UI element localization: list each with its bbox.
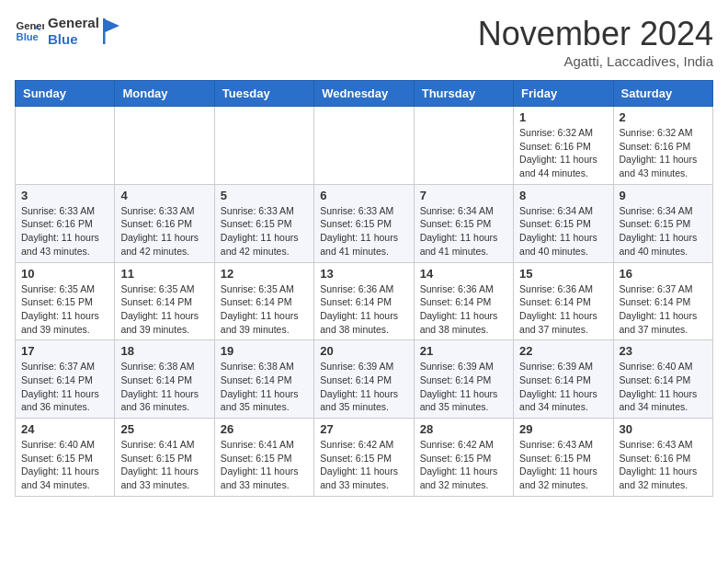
calendar-cell: 27Sunrise: 6:42 AM Sunset: 6:15 PM Dayli… (314, 419, 414, 497)
calendar-cell: 25Sunrise: 6:41 AM Sunset: 6:15 PM Dayli… (115, 419, 214, 497)
weekday-header: Monday (115, 81, 214, 107)
day-number: 10 (21, 267, 108, 281)
weekday-header: Friday (514, 81, 613, 107)
logo: General Blue General Blue (15, 15, 121, 48)
day-number: 28 (420, 422, 507, 436)
calendar-cell: 12Sunrise: 6:35 AM Sunset: 6:14 PM Dayli… (214, 262, 313, 340)
calendar-cell: 19Sunrise: 6:38 AM Sunset: 6:14 PM Dayli… (214, 340, 313, 419)
calendar-cell: 14Sunrise: 6:36 AM Sunset: 6:14 PM Dayli… (414, 262, 513, 340)
calendar-week-row: 10Sunrise: 6:35 AM Sunset: 6:15 PM Dayli… (16, 262, 713, 340)
day-info: Sunrise: 6:34 AM Sunset: 6:15 PM Dayligh… (420, 204, 507, 259)
svg-text:Blue: Blue (17, 31, 39, 42)
calendar-cell: 6Sunrise: 6:33 AM Sunset: 6:15 PM Daylig… (314, 184, 414, 262)
day-info: Sunrise: 6:34 AM Sunset: 6:15 PM Dayligh… (620, 204, 707, 259)
day-info: Sunrise: 6:37 AM Sunset: 6:14 PM Dayligh… (21, 360, 108, 414)
logo-flag-icon (103, 18, 121, 44)
day-info: Sunrise: 6:42 AM Sunset: 6:15 PM Dayligh… (320, 438, 407, 492)
calendar-cell: 16Sunrise: 6:37 AM Sunset: 6:14 PM Dayli… (613, 262, 712, 340)
calendar-week-row: 1Sunrise: 6:32 AM Sunset: 6:16 PM Daylig… (16, 107, 713, 185)
calendar-cell: 11Sunrise: 6:35 AM Sunset: 6:14 PM Dayli… (115, 262, 214, 340)
calendar-cell: 13Sunrise: 6:36 AM Sunset: 6:14 PM Dayli… (314, 262, 414, 340)
day-info: Sunrise: 6:35 AM Sunset: 6:15 PM Dayligh… (21, 282, 108, 337)
day-info: Sunrise: 6:36 AM Sunset: 6:14 PM Dayligh… (320, 282, 407, 337)
day-number: 16 (620, 267, 707, 281)
logo-general: General (48, 15, 99, 31)
day-number: 18 (120, 344, 208, 358)
calendar-week-row: 3Sunrise: 6:33 AM Sunset: 6:16 PM Daylig… (16, 184, 713, 262)
calendar-cell: 1Sunrise: 6:32 AM Sunset: 6:16 PM Daylig… (514, 107, 613, 185)
day-info: Sunrise: 6:32 AM Sunset: 6:16 PM Dayligh… (620, 126, 707, 180)
calendar-cell: 4Sunrise: 6:33 AM Sunset: 6:16 PM Daylig… (115, 184, 214, 262)
calendar-cell: 29Sunrise: 6:43 AM Sunset: 6:15 PM Dayli… (514, 419, 613, 497)
day-info: Sunrise: 6:37 AM Sunset: 6:14 PM Dayligh… (620, 282, 707, 337)
svg-marker-3 (103, 18, 119, 33)
day-info: Sunrise: 6:39 AM Sunset: 6:14 PM Dayligh… (420, 360, 507, 414)
calendar-cell: 22Sunrise: 6:39 AM Sunset: 6:14 PM Dayli… (514, 340, 613, 419)
day-number: 12 (221, 267, 308, 281)
day-number: 29 (519, 422, 607, 436)
day-number: 26 (221, 422, 308, 436)
day-number: 15 (519, 267, 607, 281)
calendar-cell: 20Sunrise: 6:39 AM Sunset: 6:14 PM Dayli… (314, 340, 414, 419)
day-number: 11 (120, 267, 208, 281)
calendar-cell: 8Sunrise: 6:34 AM Sunset: 6:15 PM Daylig… (514, 184, 613, 262)
logo-blue: Blue (48, 31, 99, 48)
weekday-header: Saturday (613, 81, 712, 107)
calendar-cell: 15Sunrise: 6:36 AM Sunset: 6:14 PM Dayli… (514, 262, 613, 340)
day-number: 19 (221, 344, 308, 358)
calendar-cell (115, 107, 214, 185)
calendar-table: SundayMondayTuesdayWednesdayThursdayFrid… (15, 80, 713, 497)
day-number: 24 (21, 422, 108, 436)
day-info: Sunrise: 6:33 AM Sunset: 6:15 PM Dayligh… (221, 204, 308, 259)
day-number: 8 (519, 189, 607, 202)
calendar-week-row: 24Sunrise: 6:40 AM Sunset: 6:15 PM Dayli… (16, 419, 713, 497)
calendar-cell: 5Sunrise: 6:33 AM Sunset: 6:15 PM Daylig… (214, 184, 313, 262)
calendar-cell: 26Sunrise: 6:41 AM Sunset: 6:15 PM Dayli… (214, 419, 313, 497)
calendar-cell: 17Sunrise: 6:37 AM Sunset: 6:14 PM Dayli… (16, 340, 115, 419)
day-info: Sunrise: 6:40 AM Sunset: 6:14 PM Dayligh… (620, 360, 707, 414)
calendar-cell (16, 107, 115, 185)
day-info: Sunrise: 6:38 AM Sunset: 6:14 PM Dayligh… (120, 360, 208, 414)
day-number: 20 (320, 344, 407, 358)
calendar-cell: 7Sunrise: 6:34 AM Sunset: 6:15 PM Daylig… (414, 184, 513, 262)
day-number: 1 (519, 110, 607, 124)
day-info: Sunrise: 6:36 AM Sunset: 6:14 PM Dayligh… (519, 282, 607, 337)
location: Agatti, Laccadives, India (478, 53, 713, 69)
day-number: 13 (320, 267, 407, 281)
svg-text:General: General (17, 20, 44, 31)
day-info: Sunrise: 6:35 AM Sunset: 6:14 PM Dayligh… (221, 282, 308, 337)
day-number: 25 (120, 422, 208, 436)
day-number: 2 (620, 110, 707, 124)
day-number: 4 (120, 189, 208, 202)
calendar-cell: 9Sunrise: 6:34 AM Sunset: 6:15 PM Daylig… (613, 184, 712, 262)
calendar-cell: 3Sunrise: 6:33 AM Sunset: 6:16 PM Daylig… (16, 184, 115, 262)
day-info: Sunrise: 6:36 AM Sunset: 6:14 PM Dayligh… (420, 282, 507, 337)
day-info: Sunrise: 6:43 AM Sunset: 6:15 PM Dayligh… (519, 438, 607, 492)
day-number: 5 (221, 189, 308, 202)
page-header: General Blue General Blue November 2024 … (15, 15, 713, 69)
weekday-header: Thursday (414, 81, 513, 107)
day-number: 6 (320, 189, 407, 202)
day-info: Sunrise: 6:32 AM Sunset: 6:16 PM Dayligh… (519, 126, 607, 180)
day-info: Sunrise: 6:43 AM Sunset: 6:16 PM Dayligh… (620, 438, 707, 492)
day-info: Sunrise: 6:41 AM Sunset: 6:15 PM Dayligh… (221, 438, 308, 492)
day-number: 17 (21, 344, 108, 358)
day-number: 7 (420, 189, 507, 202)
calendar-cell: 23Sunrise: 6:40 AM Sunset: 6:14 PM Dayli… (613, 340, 712, 419)
calendar-cell: 18Sunrise: 6:38 AM Sunset: 6:14 PM Dayli… (115, 340, 214, 419)
day-number: 3 (21, 189, 108, 202)
calendar-cell (314, 107, 414, 185)
weekday-header: Wednesday (314, 81, 414, 107)
calendar-cell: 28Sunrise: 6:42 AM Sunset: 6:15 PM Dayli… (414, 419, 513, 497)
month-title: November 2024 (478, 15, 713, 53)
calendar-week-row: 17Sunrise: 6:37 AM Sunset: 6:14 PM Dayli… (16, 340, 713, 419)
day-number: 30 (620, 422, 707, 436)
weekday-header: Sunday (16, 81, 115, 107)
day-info: Sunrise: 6:40 AM Sunset: 6:15 PM Dayligh… (21, 438, 108, 492)
day-info: Sunrise: 6:33 AM Sunset: 6:15 PM Dayligh… (320, 204, 407, 259)
day-info: Sunrise: 6:42 AM Sunset: 6:15 PM Dayligh… (420, 438, 507, 492)
day-info: Sunrise: 6:35 AM Sunset: 6:14 PM Dayligh… (120, 282, 208, 337)
calendar-header-row: SundayMondayTuesdayWednesdayThursdayFrid… (16, 81, 713, 107)
svg-rect-4 (103, 18, 106, 44)
day-number: 23 (620, 344, 707, 358)
